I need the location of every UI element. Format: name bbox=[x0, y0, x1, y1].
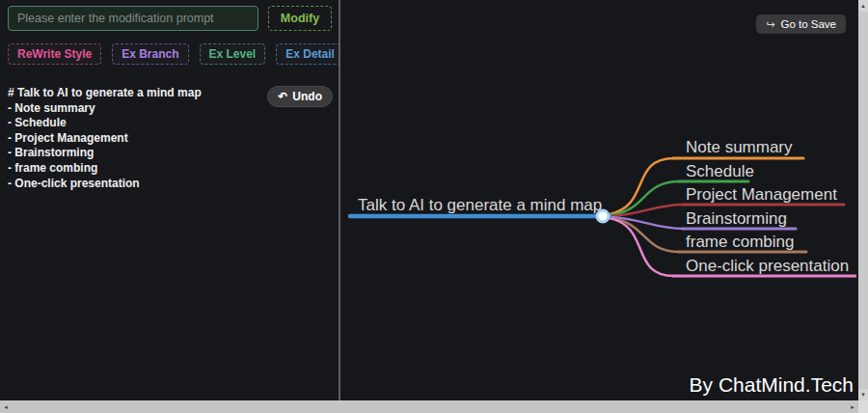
rewrite-style-button[interactable]: ReWrite Style bbox=[8, 43, 101, 65]
branch-label[interactable]: Note summary bbox=[686, 138, 793, 156]
go-to-save-icon: ↪ bbox=[766, 19, 774, 30]
modification-prompt-input[interactable] bbox=[8, 6, 258, 31]
markdown-line: - Schedule bbox=[8, 116, 331, 131]
expand-branch-button[interactable]: Ex Branch bbox=[112, 43, 188, 65]
horizontal-scrollbar[interactable]: ◄ ► bbox=[0, 400, 858, 413]
markdown-line: - frame combing bbox=[8, 161, 331, 177]
root-node-label[interactable]: Talk to AI to generate a mind map bbox=[358, 196, 602, 214]
mindmap-canvas[interactable]: ↪ Go to Save Note summary bbox=[340, 0, 858, 400]
modify-button[interactable]: Modify bbox=[268, 6, 332, 31]
modification-panel: Modify ReWrite Style Ex Branch Ex Level … bbox=[0, 0, 340, 400]
branch-label[interactable]: Schedule bbox=[686, 162, 754, 180]
branch-label[interactable]: Project Management bbox=[686, 185, 837, 204]
branch-label[interactable]: Brainstorming bbox=[686, 209, 787, 228]
mindmap-graphic: Note summary Schedule Project Management… bbox=[340, 0, 856, 400]
undo-button[interactable]: ↶ Undo bbox=[267, 86, 333, 107]
expand-level-button[interactable]: Ex Level bbox=[200, 43, 266, 65]
branch-label[interactable]: One-click presentation bbox=[686, 257, 849, 275]
markdown-line: - One-click presentation bbox=[8, 177, 331, 192]
undo-label: Undo bbox=[292, 90, 322, 103]
scroll-down-icon[interactable]: ▼ bbox=[858, 389, 868, 400]
branch-label[interactable]: frame combing bbox=[686, 233, 794, 251]
node-expand-handle[interactable] bbox=[597, 210, 609, 222]
scrollbar-corner bbox=[858, 400, 868, 413]
main-area: Modify ReWrite Style Ex Branch Ex Level … bbox=[0, 0, 858, 400]
scroll-right-icon[interactable]: ► bbox=[847, 404, 858, 410]
ai-actions-row: ReWrite Style Ex Branch Ex Level Ex Deta… bbox=[0, 36, 339, 65]
go-to-save-label: Go to Save bbox=[780, 18, 836, 30]
expand-detail-button[interactable]: Ex Detail bbox=[276, 43, 344, 65]
prompt-row: Modify bbox=[0, 0, 339, 36]
vertical-scrollbar[interactable]: ▲ ▼ bbox=[858, 0, 868, 400]
scroll-up-icon[interactable]: ▲ bbox=[858, 0, 868, 12]
scroll-left-icon[interactable]: ◄ bbox=[0, 404, 12, 410]
undo-icon: ↶ bbox=[278, 91, 287, 102]
markdown-line: - Project Management bbox=[8, 131, 331, 147]
go-to-save-button[interactable]: ↪ Go to Save bbox=[756, 14, 846, 34]
chatmind-app: Modify ReWrite Style Ex Branch Ex Level … bbox=[0, 0, 868, 413]
watermark: By ChatMind.Tech bbox=[690, 373, 854, 397]
markdown-editor[interactable]: # Talk to AI to generate a mind map - No… bbox=[0, 78, 339, 199]
markdown-line: - Brainstorming bbox=[8, 146, 331, 161]
